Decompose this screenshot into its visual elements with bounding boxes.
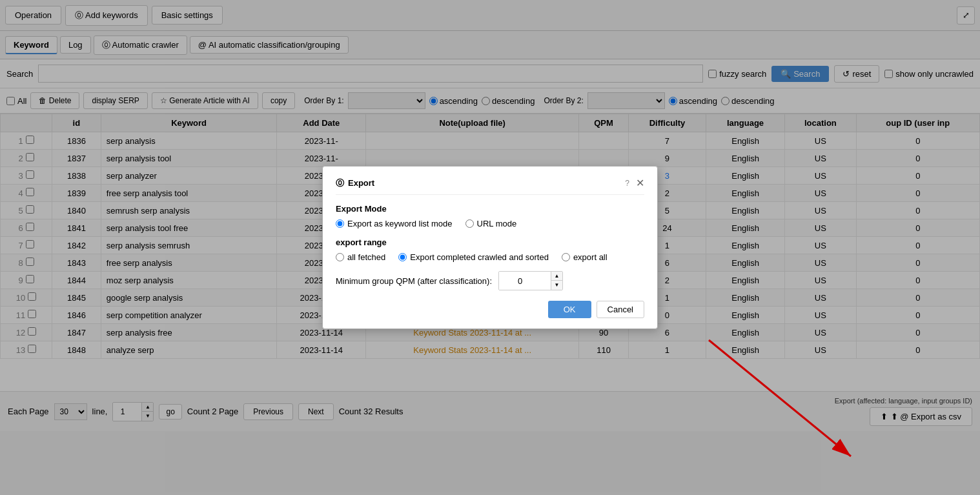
- export-keyword-list-label[interactable]: Export as keyword list mode: [336, 219, 453, 228]
- all-fetched-label[interactable]: all fetched: [336, 252, 385, 262]
- min-qpm-input[interactable]: [499, 272, 551, 290]
- export-completed-label[interactable]: Export completed crawled and sorted: [398, 252, 549, 262]
- modal-title-text: Export: [348, 178, 374, 188]
- export-mode-radio-group: Export as keyword list mode URL mode: [336, 219, 644, 228]
- min-qpm-up-btn[interactable]: ▲: [551, 272, 562, 281]
- export-keyword-list-radio[interactable]: [336, 219, 344, 228]
- modal-overlay: ⓪ Export ? ✕ Export Mode Export as keywo…: [0, 0, 980, 495]
- url-mode-label[interactable]: URL mode: [465, 219, 517, 228]
- modal-title-bar: ⓪ Export ? ✕: [336, 177, 644, 195]
- min-group-qpm-row: Minimum group QPM (after classification)…: [336, 271, 644, 290]
- min-group-qpm-label: Minimum group QPM (after classification)…: [336, 276, 492, 286]
- modal-footer: OK Cancel: [336, 301, 644, 318]
- export-modal-icon: ⓪: [336, 177, 344, 189]
- url-mode-radio[interactable]: [465, 219, 474, 228]
- export-range-label: export range: [336, 237, 644, 247]
- export-mode-label: Export Mode: [336, 204, 644, 214]
- export-all-radio[interactable]: [562, 253, 570, 261]
- export-modal: ⓪ Export ? ✕ Export Mode Export as keywo…: [322, 166, 658, 329]
- modal-cancel-button[interactable]: Cancel: [597, 301, 644, 318]
- modal-title-group: ⓪ Export: [336, 177, 374, 189]
- min-qpm-down-btn[interactable]: ▼: [551, 281, 562, 290]
- export-all-label[interactable]: export all: [562, 252, 607, 262]
- modal-help-icon: ?: [625, 179, 629, 188]
- modal-close-button[interactable]: ✕: [636, 177, 644, 189]
- min-qpm-input-wrap: ▲ ▼: [498, 271, 563, 290]
- modal-ok-button[interactable]: OK: [548, 301, 591, 318]
- export-completed-radio[interactable]: [398, 253, 407, 261]
- all-fetched-radio[interactable]: [336, 253, 344, 261]
- export-range-radio-group: all fetched Export completed crawled and…: [336, 252, 644, 262]
